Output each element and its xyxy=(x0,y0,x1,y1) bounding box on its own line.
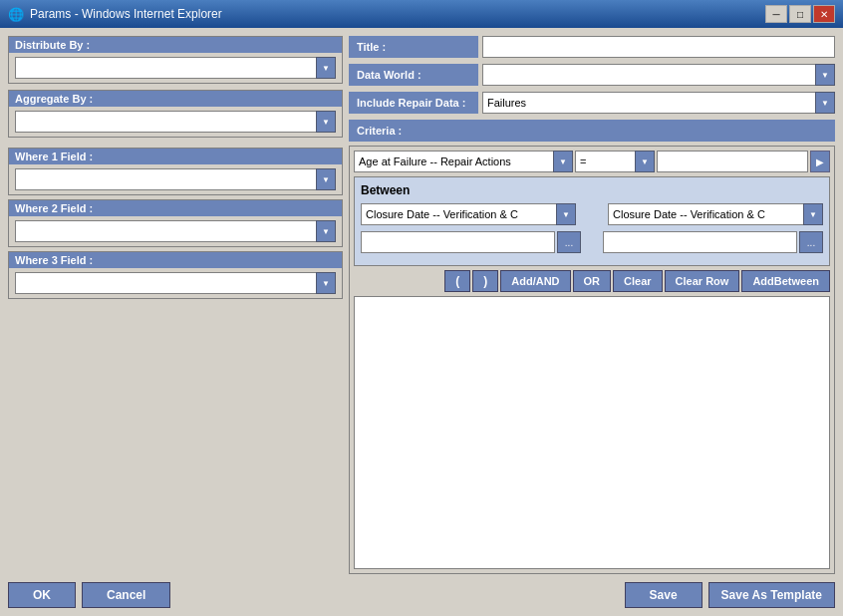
include-repair-select-wrap[interactable]: Failures All None ▼ xyxy=(482,92,835,114)
data-world-label: Data World : xyxy=(349,64,478,86)
save-as-template-button[interactable]: Save As Template xyxy=(708,582,835,608)
right-panel: Title : Data World : ▼ Include Repair Da… xyxy=(349,36,835,574)
minimize-button[interactable]: ─ xyxy=(765,5,787,23)
data-world-row: Data World : ▼ xyxy=(349,64,835,86)
between-to-input[interactable] xyxy=(603,231,797,253)
criteria-go-button[interactable]: ▶ xyxy=(810,151,830,172)
form-area: Distribute By : ▼ Aggregate By : xyxy=(8,36,835,574)
where1-select-wrap[interactable]: ▼ xyxy=(15,168,336,190)
between-box: Between Closure Date -- Verification & C… xyxy=(354,176,830,266)
action-bar: ( ) Add/AND OR Clear Clear Row AddBetwee… xyxy=(350,270,834,296)
where2-label: Where 2 Field : xyxy=(9,200,342,216)
cancel-button[interactable]: Cancel xyxy=(82,582,170,608)
title-bar: 🌐 Params - Windows Internet Explorer ─ □… xyxy=(0,0,843,28)
close-button[interactable]: ✕ xyxy=(813,5,835,23)
add-and-button[interactable]: Add/AND xyxy=(500,270,570,292)
where-groups: Where 1 Field : ▼ Where 2 Field : xyxy=(8,148,343,299)
data-world-select[interactable] xyxy=(482,64,835,86)
include-repair-label: Include Repair Data : xyxy=(349,92,478,114)
open-paren-button[interactable]: ( xyxy=(444,270,470,292)
main-content: Distribute By : ▼ Aggregate By : xyxy=(0,28,843,616)
ok-button[interactable]: OK xyxy=(8,582,76,608)
aggregate-by-group: Aggregate By : ▼ xyxy=(8,90,343,138)
where1-group: Where 1 Field : ▼ xyxy=(8,148,343,195)
distribute-by-label: Distribute By : xyxy=(9,37,342,53)
title-label: Title : xyxy=(349,36,478,58)
where2-group: Where 2 Field : ▼ xyxy=(8,199,343,247)
close-paren-button[interactable]: ) xyxy=(472,270,498,292)
between-from-select[interactable]: Closure Date -- Verification & C xyxy=(361,203,576,225)
between-from-browse-button[interactable]: ... xyxy=(557,231,581,253)
where1-label: Where 1 Field : xyxy=(9,149,342,164)
where2-select-wrap[interactable]: ▼ xyxy=(15,220,336,242)
where1-select[interactable] xyxy=(15,168,336,190)
aggregate-by-select-wrap[interactable]: ▼ xyxy=(15,111,336,133)
title-row: Title : xyxy=(349,36,835,58)
app-icon: 🌐 xyxy=(8,7,24,22)
maximize-button[interactable]: □ xyxy=(789,5,811,23)
between-to-select[interactable]: Closure Date -- Verification & C xyxy=(608,203,823,225)
window-title: Params - Windows Internet Explorer xyxy=(30,7,222,21)
clear-row-button[interactable]: Clear Row xyxy=(665,270,740,292)
criteria-row1: Age at Failure -- Repair Actions ▼ = < >… xyxy=(350,147,834,172)
aggregate-by-select[interactable] xyxy=(15,111,336,133)
left-panel: Distribute By : ▼ Aggregate By : xyxy=(8,36,343,574)
title-input[interactable] xyxy=(482,36,835,58)
where3-group: Where 3 Field : ▼ xyxy=(8,251,343,299)
include-repair-select[interactable]: Failures All None xyxy=(482,92,835,114)
between-to-input-wrap: ... xyxy=(603,231,823,253)
criteria-value-input[interactable] xyxy=(657,151,808,172)
between-title: Between xyxy=(361,183,823,197)
where2-select[interactable] xyxy=(15,220,336,242)
aggregate-by-label: Aggregate By : xyxy=(9,91,342,107)
distribute-by-group: Distribute By : ▼ xyxy=(8,36,343,84)
where3-label: Where 3 Field : xyxy=(9,252,342,268)
between-selects-row: Closure Date -- Verification & C ▼ Closu… xyxy=(361,203,823,225)
bottom-left-buttons: OK Cancel xyxy=(8,582,170,608)
between-inputs-row: ... ... xyxy=(361,231,823,253)
save-button[interactable]: Save xyxy=(625,582,702,608)
criteria-textarea[interactable] xyxy=(354,296,830,569)
where3-select[interactable] xyxy=(15,272,336,294)
distribute-by-select-wrap[interactable]: ▼ xyxy=(15,57,336,79)
between-from-input[interactable] xyxy=(361,231,555,253)
bottom-right-buttons: Save Save As Template xyxy=(625,582,835,608)
clear-button[interactable]: Clear xyxy=(613,270,663,292)
include-repair-row: Include Repair Data : Failures All None … xyxy=(349,92,835,114)
criteria-op-select[interactable]: = < > <= >= <> xyxy=(575,151,655,172)
between-to-browse-button[interactable]: ... xyxy=(799,231,823,253)
criteria-field-select[interactable]: Age at Failure -- Repair Actions xyxy=(354,151,573,172)
distribute-by-select[interactable] xyxy=(15,57,336,79)
criteria-header: Criteria : xyxy=(349,120,835,142)
criteria-section: Age at Failure -- Repair Actions ▼ = < >… xyxy=(349,146,835,574)
or-button[interactable]: OR xyxy=(573,270,612,292)
between-from-input-wrap: ... xyxy=(361,231,581,253)
add-between-button[interactable]: AddBetween xyxy=(741,270,830,292)
where3-select-wrap[interactable]: ▼ xyxy=(15,272,336,294)
bottom-bar: OK Cancel Save Save As Template xyxy=(8,574,835,608)
data-world-select-wrap[interactable]: ▼ xyxy=(482,64,835,86)
